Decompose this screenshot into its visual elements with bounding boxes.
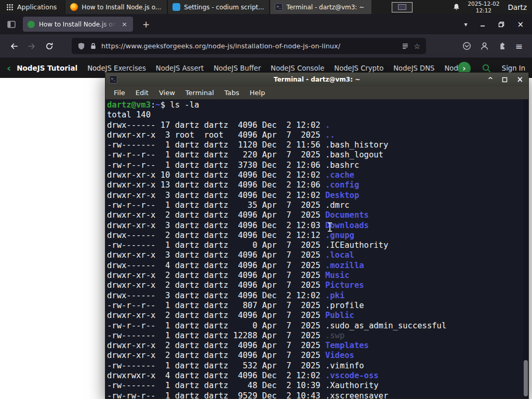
browser-close-button[interactable]: × xyxy=(517,20,524,29)
pocket-icon[interactable] xyxy=(462,42,471,50)
site-nav-item[interactable]: NodeJS Exercises xyxy=(87,64,146,72)
scrollbar-thumb[interactable] xyxy=(524,360,528,396)
applications-menu-button[interactable]: Applications xyxy=(0,0,63,14)
browser-toolbar: https://www.geeksforgeeks.org/node-js/in… xyxy=(0,34,532,58)
list-all-tabs-button[interactable]: ▾ xyxy=(464,21,467,28)
file-meta: -rw-r--r-- 1 dartz dartz 807 Apr 7 2025 xyxy=(107,301,325,310)
search-icon[interactable] xyxy=(482,63,491,73)
terminal-ls-row: -rw-r--r-- 1 dartz dartz 35 Apr 7 2025 .… xyxy=(107,201,528,210)
taskbar-button-firefox[interactable]: How to Install Node.js o... xyxy=(65,0,167,14)
file-name: Pictures xyxy=(325,281,364,290)
firefox-icon xyxy=(70,3,78,11)
file-meta: drwxr-xr-x 2 dartz dartz 4096 Apr 7 2025 xyxy=(107,281,325,290)
file-name: Templates xyxy=(325,341,369,350)
file-name: .bash_logout xyxy=(325,150,383,159)
file-name: .vscode-oss xyxy=(325,371,379,380)
file-meta: -rw------- 1 dartz dartz 0 Apr 7 2025 xyxy=(107,241,325,250)
terminal-ls-row: drwxr-xr-x 2 dartz dartz 4096 Apr 7 2025… xyxy=(107,281,528,290)
notifications-bell-icon[interactable] xyxy=(453,3,460,11)
forward-button[interactable] xyxy=(24,38,39,54)
back-icon xyxy=(9,42,19,50)
terminal-ls-row: -rw-rw-r-- 1 dartz dartz 9529 Dec 2 10:4… xyxy=(107,391,528,398)
forward-icon xyxy=(27,42,36,50)
terminal-minimize-button[interactable]: ^ xyxy=(488,76,494,83)
url-bar[interactable]: https://www.geeksforgeeks.org/node-js/in… xyxy=(72,38,426,54)
file-meta: drwxr-xr-x 2 dartz dartz 4096 Apr 7 2025 xyxy=(107,210,325,220)
menu-tabs[interactable]: Tabs xyxy=(219,89,245,97)
file-name: .bashrc xyxy=(325,161,359,170)
file-name: .profile xyxy=(325,301,364,310)
terminal-ls-row: drwxr-xr-x 10 dartz dartz 4096 Dec 2 12:… xyxy=(107,170,528,180)
file-name: .local xyxy=(325,250,354,260)
terminal-close-button[interactable]: × xyxy=(516,76,523,84)
site-nav-item[interactable]: NodeJS Tutorial xyxy=(17,64,77,72)
nav-scroll-left-icon[interactable]: ‹ xyxy=(7,63,11,73)
firefox-view-button[interactable] xyxy=(4,17,19,32)
tab-title: How to Install Node.js on xyxy=(39,21,116,28)
terminal-ls-row: drwxrwxr-x 4 dartz dartz 4096 Dec 2 12:0… xyxy=(107,371,528,381)
clock-date: 2025-12-02 xyxy=(468,1,499,7)
site-nav-item[interactable]: NodeJS Assert xyxy=(156,64,204,72)
file-meta: drwx------ 2 dartz dartz 4096 Dec 2 12:1… xyxy=(107,231,325,240)
browser-tab[interactable]: How to Install Node.js on × xyxy=(23,17,133,32)
terminal-output[interactable]: dartz@vm3:~$ ls -latotal 140drwx------ 1… xyxy=(105,99,528,398)
workspace-switcher[interactable] xyxy=(392,2,413,12)
site-nav-items: NodeJS TutorialNodeJS ExercisesNodeJS As… xyxy=(17,64,458,72)
reader-mode-icon[interactable] xyxy=(402,43,409,50)
menu-view[interactable]: View xyxy=(154,89,180,97)
terminal-ls-row: drwxr-xr-x 2 dartz dartz 4096 Apr 7 2025… xyxy=(107,271,528,281)
tracking-shield-icon xyxy=(77,42,85,50)
browser-minimize-button[interactable] xyxy=(480,21,486,28)
terminal-scrollbar[interactable] xyxy=(523,99,528,398)
reload-button[interactable] xyxy=(42,38,57,54)
menu-terminal[interactable]: Terminal xyxy=(180,89,219,97)
top-panel: Applications How to Install Node.js o...… xyxy=(0,0,532,14)
back-button[interactable] xyxy=(6,38,22,54)
site-nav-item[interactable]: NodeJS DNS xyxy=(393,64,434,72)
applications-grid-icon xyxy=(6,4,14,11)
file-meta: drwxr-xr-x 10 dartz dartz 4096 Dec 2 12:… xyxy=(107,170,325,180)
taskbar: How to Install Node.js o...Settings - co… xyxy=(65,0,372,14)
site-nav-item[interactable]: NodeJS Console xyxy=(271,64,324,72)
file-name: . xyxy=(325,121,330,130)
taskbar-button-codium[interactable]: Settings - codium script... xyxy=(167,0,270,14)
app-menu-icon[interactable]: ≡ xyxy=(515,41,523,51)
menu-file[interactable]: File xyxy=(109,89,130,97)
sign-in-button[interactable]: Sign In xyxy=(502,64,525,72)
codium-icon xyxy=(172,3,180,11)
prompt-symbol: $ xyxy=(161,100,170,110)
file-name: Documents xyxy=(325,210,369,220)
file-name: Public xyxy=(325,311,354,320)
new-tab-button[interactable]: + xyxy=(139,19,153,30)
terminal-maximize-button[interactable] xyxy=(502,77,508,83)
tab-close-icon[interactable]: × xyxy=(121,20,128,28)
bookmark-star-icon[interactable]: ☆ xyxy=(414,42,420,50)
browser-restore-button[interactable] xyxy=(498,21,504,28)
site-nav-item[interactable]: NodeJS Crypto xyxy=(334,64,383,72)
file-name: Music xyxy=(325,271,350,280)
taskbar-button-terminal[interactable]: >_Terminal - dartz@vm3: ~ xyxy=(270,0,372,14)
file-meta: drwx------ 3 dartz dartz 4096 Dec 2 12:0… xyxy=(107,291,325,300)
file-meta: drwx------ 17 dartz dartz 4096 Dec 2 12:… xyxy=(107,121,325,130)
taskbar-button-label: Settings - codium script... xyxy=(184,4,264,11)
terminal-ls-row: drwx------ 17 dartz dartz 4096 Dec 2 12:… xyxy=(107,121,528,130)
file-meta: -rw-r--r-- 1 dartz dartz 35 Apr 7 2025 xyxy=(107,201,325,210)
file-name: .sudo_as_admin_successful xyxy=(325,321,446,330)
reload-icon xyxy=(45,42,54,50)
terminal-titlebar[interactable]: >_ Terminal - dartz@vm3: ~ ^ × xyxy=(105,73,528,86)
menu-edit[interactable]: Edit xyxy=(130,89,154,97)
clock-time: 12:12 xyxy=(468,7,499,14)
menu-help[interactable]: Help xyxy=(245,89,271,97)
file-meta: -rw------- 1 dartz dartz 12288 Apr 7 202… xyxy=(107,331,325,340)
site-nav-item[interactable]: NodeJS Buffer xyxy=(214,64,261,72)
desktop: Applications How to Install Node.js o...… xyxy=(0,0,532,399)
panel-clock[interactable]: 2025-12-02 12:12 xyxy=(468,1,499,14)
terminal-ls-row: drwxr-xr-x 13 dartz dartz 4096 Dec 2 12:… xyxy=(107,180,528,190)
file-name: .cache xyxy=(325,170,354,180)
prompt-command: ls -la xyxy=(170,100,199,110)
terminal-ls-row: drwx------ 2 dartz dartz 4096 Dec 2 12:1… xyxy=(107,231,528,241)
site-nav-item[interactable]: Node xyxy=(444,64,457,72)
terminal-window: >_ Terminal - dartz@vm3: ~ ^ × FileEditV… xyxy=(105,72,529,399)
account-icon[interactable] xyxy=(480,42,489,50)
extensions-puzzle-icon[interactable] xyxy=(498,42,507,50)
